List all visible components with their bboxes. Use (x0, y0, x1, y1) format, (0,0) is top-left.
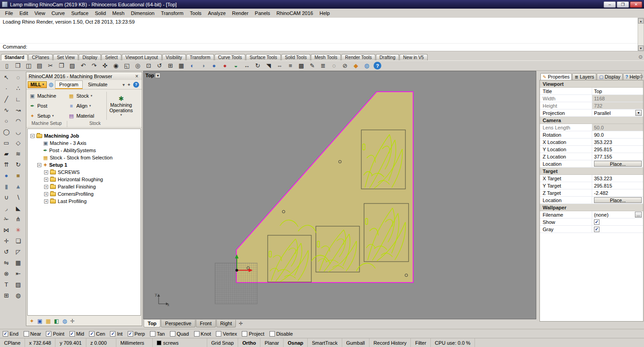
minimize-button[interactable]: – (604, 1, 616, 8)
menu-panels[interactable]: Panels (252, 10, 274, 17)
osnap-vertex[interactable]: Vertex (216, 331, 237, 337)
close-button[interactable]: ✕ (630, 1, 642, 8)
osnap-checkbox[interactable]: ✓ (128, 331, 133, 337)
property-value[interactable]: Parallel▼ (592, 109, 643, 116)
toolbar-tab-solid-tools[interactable]: Solid Tools (281, 54, 310, 60)
osnap-checkbox[interactable] (270, 331, 275, 337)
tree-item-last-profiling[interactable]: +Last Profiling (28, 198, 140, 205)
box-icon[interactable]: ■ (12, 170, 24, 181)
cut-icon[interactable]: ✂ (45, 61, 56, 70)
print-icon[interactable]: ▤ (34, 61, 45, 70)
named-views-icon[interactable]: ▦ (176, 61, 187, 70)
osnap-cen[interactable]: ✓Cen (89, 331, 105, 337)
explode-icon[interactable]: ✳ (12, 224, 24, 235)
toolpath-visibility-icon[interactable]: ▣ (37, 318, 42, 324)
gumball-toggle-icon[interactable]: ◆ (350, 61, 361, 70)
status-gumball[interactable]: Gumball (342, 338, 369, 347)
tree-toggle-icon[interactable]: + (44, 178, 48, 182)
polygon-icon[interactable]: ◇ (12, 137, 24, 148)
status-ortho[interactable]: Ortho (238, 338, 260, 347)
osnap-quad[interactable]: Quad (170, 331, 189, 337)
cone-icon[interactable]: ▲ (12, 181, 24, 192)
tab-layers[interactable]: ≣Layers (572, 73, 596, 80)
menu-dimension[interactable]: Dimension (128, 10, 158, 17)
menu-surface[interactable]: Surface (68, 10, 92, 17)
property-value[interactable]: 353.223 (592, 175, 643, 182)
browser-help-icon[interactable]: ? (133, 82, 139, 88)
toolbar-tab-curve-tools[interactable]: Curve Tools (215, 54, 246, 60)
status-filter[interactable]: Filter (411, 338, 430, 347)
world-cs-icon[interactable]: ◍ (62, 318, 67, 324)
status-millimeters[interactable]: Millimeters (116, 338, 153, 347)
checkbox[interactable]: ✓ (594, 219, 599, 225)
viewport-title-menu[interactable]: Top ▼ (145, 73, 160, 78)
copy-object-icon[interactable]: ❏ (12, 235, 24, 246)
layers-dialog-icon[interactable]: ≣ (318, 61, 329, 70)
tree-toggle-icon[interactable]: − (37, 163, 41, 167)
maximize-button[interactable]: ❐ (617, 1, 629, 8)
zoom-window-icon[interactable]: ◱ (121, 61, 132, 70)
scroll-down-icon[interactable]: ▼ (638, 45, 644, 51)
tree-item-machine-3-axis[interactable]: ▣Machine - 3 Axis (28, 139, 140, 147)
rendered-viewport-icon[interactable]: ● (209, 61, 220, 70)
point-cloud-icon[interactable]: ∴ (12, 83, 24, 94)
zoom-extents-icon[interactable]: ⊡ (143, 61, 154, 70)
extrude-icon[interactable]: ⇈ (0, 159, 12, 170)
zoom-selected-icon[interactable]: ◎ (132, 61, 143, 70)
hatch-icon[interactable]: ▨ (12, 279, 24, 290)
pan-view-icon[interactable]: ✜ (100, 61, 110, 70)
toolbar-tabs-options-icon[interactable]: ⊙ (639, 54, 643, 60)
scale-icon[interactable]: ◥ (263, 61, 274, 70)
loft-icon[interactable]: ≋ (12, 148, 24, 159)
osnap-project[interactable]: Project (242, 331, 264, 337)
line-icon[interactable]: ╱ (0, 94, 12, 104)
undo-icon[interactable]: ↶ (78, 61, 89, 70)
panel-options-icon[interactable]: ⊙ (639, 74, 643, 79)
ellipse-icon[interactable]: ◯ (0, 126, 12, 137)
osnap-mid[interactable]: ✓Mid (70, 331, 85, 337)
property-value[interactable]: ✓ (592, 226, 643, 233)
status-grid-snap[interactable]: Grid Snap (207, 338, 239, 347)
sphere-icon[interactable]: ● (0, 170, 12, 181)
toolbar-tab-transform[interactable]: Transform (186, 54, 214, 60)
viewport-tab-top[interactable]: Top (144, 320, 160, 327)
offset-icon[interactable]: ≡ (285, 61, 296, 70)
place-button[interactable]: Place... (594, 161, 642, 167)
toolbar-tab-visibility[interactable]: Visibility (162, 54, 186, 60)
osnap-checkbox[interactable]: ✓ (3, 331, 8, 337)
property-value[interactable]: (none)... (592, 211, 643, 218)
tree-item-horizontal-roughing[interactable]: +Horizontal Roughing (28, 176, 140, 183)
status-cplane[interactable]: CPlane (0, 338, 25, 347)
toolbar-tab-drafting[interactable]: Drafting (376, 54, 399, 60)
property-value[interactable]: -2.482 (592, 189, 643, 196)
tree-item-post-abilitysystems[interactable]: ✒Post - AbilitySystems (28, 147, 140, 154)
move-object-icon[interactable]: ✛ (0, 235, 12, 246)
menu-tools[interactable]: Tools (187, 10, 205, 17)
viewport-canvas[interactable]: y x (144, 71, 536, 319)
polyline-icon[interactable]: ∟ (12, 94, 24, 104)
post-button[interactable]: ✒ Post (27, 102, 65, 110)
viewport-top[interactable]: y x Top ▼ (143, 71, 536, 319)
curve-icon[interactable]: ∿ (0, 104, 12, 115)
dropdown-arrow-icon[interactable]: ▼ (635, 110, 642, 116)
toolbar-tab-mesh-tools[interactable]: Mesh Tools (311, 54, 341, 60)
toolbar-tab-surface-tools[interactable]: Surface Tools (246, 54, 280, 60)
revolve-icon[interactable]: ↻ (12, 159, 24, 170)
array-icon[interactable]: ▩ (296, 61, 307, 70)
stock-visibility-icon[interactable]: ▦ (45, 318, 50, 324)
render-icon[interactable]: ● (220, 61, 230, 70)
stock-outline[interactable] (236, 92, 413, 283)
viewport-tab-pan-icon[interactable]: ✛ (236, 320, 245, 327)
lock-objects-icon[interactable]: ⊘ (339, 61, 350, 70)
menu-transform[interactable]: Transform (158, 10, 187, 17)
property-value[interactable]: 295.815 (592, 146, 643, 153)
checkbox[interactable]: ✓ (594, 227, 599, 232)
toolbar-tab-display[interactable]: Display (79, 54, 101, 60)
tree-toggle-icon[interactable]: + (44, 185, 48, 189)
new-file-icon[interactable]: ▯ (1, 61, 12, 70)
open-file-icon[interactable]: ❒ (12, 61, 23, 70)
tree-item-cornersprofiling[interactable]: +CornersProfiling (28, 190, 140, 198)
interp-curve-icon[interactable]: ↝ (12, 104, 24, 115)
align-button[interactable]: ≡ Align ▾ (66, 102, 105, 110)
join-icon[interactable]: ⋈ (0, 224, 12, 235)
